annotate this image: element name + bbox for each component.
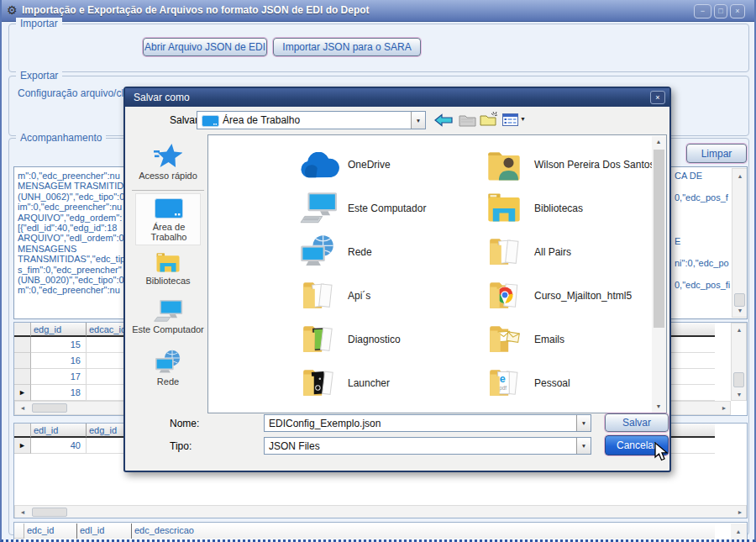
current-row-marker-icon: ►	[14, 385, 31, 401]
cell-edg-id: 16	[31, 353, 87, 369]
cell-edg-id: 18	[31, 385, 87, 401]
grid-corner	[14, 524, 24, 539]
name-label: Nome:	[170, 418, 199, 429]
dialog-titlebar: Salvar como	[125, 88, 669, 107]
scroll-thumb[interactable]	[733, 372, 744, 387]
grid-corner	[14, 323, 31, 337]
importar-json-sara-button[interactable]: Importar JSON para o SARA	[273, 38, 421, 56]
main-titlebar: ⚙ Importação e Exportação de Arquivos no…	[2, 0, 754, 22]
grid-corner	[14, 424, 31, 438]
grid-edc: edc_id edl_id edc_descricao ▲	[13, 522, 748, 542]
folder-documents-icon	[487, 233, 522, 268]
dialog-close-button[interactable]: ×	[650, 91, 665, 104]
scroll-down-icon[interactable]: ▼	[732, 389, 746, 401]
scroll-up-icon[interactable]: ▲	[732, 526, 745, 538]
save-button[interactable]: Salvar	[605, 413, 669, 432]
folder-user-icon	[486, 147, 522, 184]
file-type-value: JSON Files	[265, 440, 576, 452]
scroll-thumb[interactable]	[32, 508, 67, 517]
sidebar-item-area-de-trabalho[interactable]: Área de Trabalho	[135, 193, 201, 245]
grid-edc-vscrollbar[interactable]: ▲	[731, 524, 747, 542]
scroll-right-icon[interactable]: ►	[717, 403, 731, 414]
grid-edc-col-header[interactable]: edc_id	[24, 524, 77, 539]
scroll-thumb[interactable]	[654, 150, 664, 328]
scroll-right-icon[interactable]: ►	[733, 507, 747, 518]
group-acompanhamento-label: Acompanhamento	[16, 132, 106, 144]
scroll-up-icon[interactable]: ▲	[732, 324, 746, 336]
up-folder-icon-disabled	[459, 113, 476, 127]
maximize-button[interactable]: □	[714, 4, 727, 18]
grid-edg-vscrollbar[interactable]: ▲ ▼	[731, 323, 747, 401]
type-label: Tipo:	[170, 440, 192, 452]
scroll-down-icon[interactable]: ▼	[652, 403, 665, 409]
file-list-vscrollbar[interactable]: ▲ ▼	[652, 136, 666, 413]
scroll-left-icon[interactable]: ◄	[16, 507, 29, 518]
window-title: Importação e Exportação de Arquivos no f…	[22, 4, 370, 16]
save-as-dialog: Salvar como × Salvar em: Área de Trabalh…	[123, 87, 671, 472]
pdf-glyph: pdf	[499, 386, 507, 392]
grid-edc-col-header2[interactable]: edl_id	[77, 524, 132, 539]
folder-diagnostico-icon	[301, 320, 336, 355]
save-in-value: Área de Trabalho	[197, 114, 411, 126]
back-icon[interactable]	[434, 113, 453, 127]
file-name-combobox[interactable]: EDIConfig_Exemplo.json ▼	[264, 414, 591, 432]
log-right-vscrollbar[interactable]: ▲ ▼	[732, 168, 748, 318]
cell-edl-id: 40	[31, 438, 87, 454]
grid-edg-col-header[interactable]: edg_id	[31, 323, 87, 337]
save-in-dropdown-button[interactable]: ▼	[411, 112, 425, 129]
limpar-button[interactable]: Limpar	[686, 144, 747, 163]
folder-chrome-icon	[487, 276, 522, 312]
view-menu-caret-icon[interactable]: ▼	[520, 116, 526, 122]
group-importar-label: Importar	[16, 18, 62, 29]
folder-emails-icon	[487, 320, 522, 355]
view-menu-icon[interactable]	[502, 113, 518, 126]
scroll-left-icon[interactable]: ◄	[16, 403, 29, 414]
scroll-thumb[interactable]	[32, 403, 67, 413]
file-list: OneDrive Este Computador	[207, 134, 667, 413]
folder-launcher-icon	[301, 364, 336, 399]
cell-edg-id: 15	[31, 337, 87, 353]
computer-icon	[299, 191, 338, 226]
folder-library-icon	[486, 191, 522, 224]
file-name-value: EDIConfig_Exemplo.json	[265, 418, 576, 429]
folder-documents-icon	[301, 276, 336, 312]
folder-pessoal-icon: e pdf	[487, 364, 522, 399]
group-exportar-label: Exportar	[16, 70, 62, 82]
scroll-up-icon[interactable]: ▲	[652, 139, 665, 145]
sidebar-separator	[132, 190, 204, 191]
places-sidebar: Acesso rápido Área de Trabalho Bibliotec…	[129, 134, 207, 413]
cell-edg-id: 17	[31, 369, 87, 385]
libraries-icon	[155, 250, 181, 273]
edge-e-glyph: e	[500, 373, 506, 385]
close-button[interactable]: ×	[730, 4, 745, 18]
config-arquivo-label: Configuração arquivo/clie	[18, 87, 131, 99]
current-row-marker-icon: ►	[14, 438, 31, 454]
desktop-icon	[202, 115, 219, 127]
network-icon	[299, 234, 336, 268]
grid-edl-col-header[interactable]: edl_id	[31, 424, 87, 438]
abrir-arquivo-json-button[interactable]: Abrir Arquivo JSON de EDI	[143, 38, 267, 56]
scroll-up-icon[interactable]: ▲	[733, 171, 747, 182]
scroll-down-icon[interactable]: ▼	[733, 305, 747, 317]
mouse-cursor	[654, 442, 670, 462]
computer-icon	[153, 299, 183, 323]
main-window: ⚙ Importação e Exportação de Arquivos no…	[0, 0, 756, 542]
group-importar: Importar Abrir Arquivo JSON de EDI Impor…	[8, 24, 749, 72]
quick-access-star-icon	[154, 143, 182, 168]
new-folder-icon[interactable]	[480, 111, 498, 127]
file-name-dropdown-button[interactable]: ▼	[576, 415, 591, 431]
minimize-button[interactable]: −	[694, 4, 711, 18]
desktop-icon	[155, 198, 183, 218]
log-left-text: m":0,"edc_preencher":nu MENSAGEM TRASMIT…	[18, 171, 130, 296]
save-in-combobox[interactable]: Área de Trabalho ▼	[197, 111, 426, 129]
file-type-dropdown-button[interactable]: ▼	[576, 438, 591, 454]
network-icon	[154, 350, 182, 375]
onedrive-cloud-icon	[299, 152, 339, 179]
file-type-combobox[interactable]: JSON Files ▼	[264, 437, 591, 455]
log-right-text: CA DE 0,"edc_pos_f E ni":0,"edc_po 0,"ed…	[675, 171, 730, 291]
grid-edl-hscrollbar[interactable]: ◄ ►	[14, 505, 747, 518]
grid-edc-col-header3[interactable]: edc_descricao	[132, 524, 715, 539]
dialog-title: Salvar como	[134, 92, 190, 103]
app-gear-icon: ⚙	[7, 3, 18, 17]
